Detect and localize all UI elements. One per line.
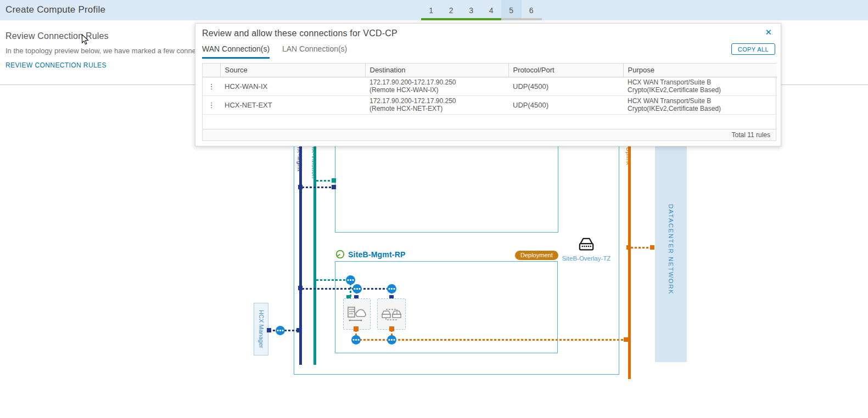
purpose-line2: Crypto(IKEv2,Certificate Based) xyxy=(628,105,777,112)
table-row: ⋮ HCX-WAN-IX 172.17.90.200-172.17.90.250… xyxy=(203,77,777,95)
connector-endpoint xyxy=(298,185,303,189)
hcx-manager-box: HCX Manager xyxy=(254,303,268,355)
overlay-tz-label: SiteB-Overlay-TZ xyxy=(559,255,614,262)
cell-destination: 172.17.90.200-172.17.90.250 (Remote HCX-… xyxy=(365,77,508,95)
row-menu-icon[interactable]: ⋮ xyxy=(203,95,220,114)
interconnect-appliance[interactable] xyxy=(343,298,371,330)
wizard-step-3[interactable]: 3 xyxy=(461,0,481,20)
tab-lan-connections[interactable]: LAN Connection(s) xyxy=(282,44,347,57)
hcx-manager-label: HCX Manager xyxy=(258,310,265,348)
column-purpose: Purpose xyxy=(623,64,777,77)
uplink-horizontal-connector xyxy=(360,339,626,341)
cell-source: HCX-NET-EXT xyxy=(220,95,365,114)
close-icon[interactable]: ✕ xyxy=(765,27,772,37)
uplink-datacenter-connector xyxy=(631,247,653,248)
cell-protocol: UDP(4500) xyxy=(508,95,623,114)
mgmt-uplink-connector xyxy=(302,187,333,188)
table-header-row: Source Destination Protocol/Port Purpose xyxy=(203,64,777,77)
interconnect-appliance-icon xyxy=(346,304,367,324)
switch-icon xyxy=(575,237,598,252)
dialog-title: Review and allow these connections for V… xyxy=(202,29,397,38)
resource-pool-icon xyxy=(335,250,345,259)
column-protocol: Protocol/Port xyxy=(508,64,623,77)
uplink-label: Uplink xyxy=(625,147,632,166)
connector-endpoint xyxy=(267,328,271,332)
connections-table: Source Destination Protocol/Port Purpose… xyxy=(202,63,776,141)
wizard-steps: 1 2 3 4 5 6 xyxy=(421,0,541,20)
destination-remote: (Remote HCX-NET-EXT) xyxy=(369,105,508,112)
purpose-line2: Crypto(IKEv2,Certificate Based) xyxy=(628,86,777,94)
review-connection-rules-link[interactable]: REVIEW CONNECTION RULES xyxy=(5,61,107,69)
network-extension-appliance-icon xyxy=(380,305,402,324)
purpose-line1: HCX WAN Transport/Suite B xyxy=(628,78,777,86)
connector-endpoint xyxy=(298,286,303,290)
table-footer-total: Total 11 rules xyxy=(203,129,776,140)
column-source: Source xyxy=(220,64,365,77)
connector-endpoint xyxy=(626,245,631,250)
table-empty-space xyxy=(203,115,776,129)
datacenter-network-band: DATACENTER NETWORK xyxy=(655,137,687,362)
connector-endpoint xyxy=(296,328,301,332)
mgmt-appliance-connector xyxy=(302,288,390,290)
cell-source: HCX-WAN-IX xyxy=(220,77,365,95)
connection-node-icon[interactable] xyxy=(346,275,355,285)
wizard-progress-complete xyxy=(421,18,501,20)
network-extension-appliance[interactable] xyxy=(377,298,406,330)
copy-all-button[interactable]: COPY ALL xyxy=(731,43,775,55)
connection-node-icon[interactable] xyxy=(352,284,362,293)
connections-dialog: Review and allow these connections for V… xyxy=(195,23,781,146)
wizard-step-5-active[interactable]: 5 xyxy=(501,0,522,20)
datacenter-network-label: DATACENTER NETWORK xyxy=(668,204,674,295)
ix-vmotion-label: IX-vMotion xyxy=(311,147,317,179)
cell-destination: 172.17.90.200-172.17.90.250 (Remote HCX-… xyxy=(365,95,508,114)
table-row: ⋮ HCX-NET-EXT 172.17.90.200-172.17.90.25… xyxy=(203,95,777,114)
tab-wan-connections[interactable]: WAN Connection(s) xyxy=(202,44,270,59)
wizard-step-4[interactable]: 4 xyxy=(481,0,502,20)
destination-range: 172.17.90.200-172.17.90.250 xyxy=(369,78,508,86)
section-description: In the topology preview below, we have m… xyxy=(5,47,195,55)
wizard-progress-remaining xyxy=(501,18,542,20)
overlay-tz: SiteB-Overlay-TZ xyxy=(559,237,614,262)
wizard-step-2[interactable]: 2 xyxy=(441,0,462,20)
cell-protocol: UDP(4500) xyxy=(508,77,623,95)
destination-range: 172.17.90.200-172.17.90.250 xyxy=(369,97,508,105)
connector-endpoint xyxy=(624,337,628,342)
wizard-step-6[interactable]: 6 xyxy=(522,0,542,20)
connection-node-icon[interactable] xyxy=(387,284,396,293)
uplink-network-line xyxy=(628,137,631,379)
ix-mgmt-label: IX-Mgmt xyxy=(296,147,303,172)
connector-endpoint xyxy=(332,178,336,183)
deployment-badge: Deployment xyxy=(515,251,558,260)
destination-remote: (Remote HCX-WAN-IX) xyxy=(369,86,508,94)
connector-endpoint xyxy=(650,245,654,250)
connection-node-icon[interactable] xyxy=(387,335,396,344)
vmotion-appliance-connector xyxy=(316,279,347,281)
wizard-step-1[interactable]: 1 xyxy=(421,0,441,20)
cell-purpose: HCX WAN Transport/Suite B Crypto(IKEv2,C… xyxy=(623,95,777,114)
wizard-header: Create Compute Profile 1 2 3 4 5 6 xyxy=(0,0,868,20)
purpose-line1: HCX WAN Transport/Suite B xyxy=(628,97,777,105)
resource-pool-title: SiteB-Mgmt-RP xyxy=(335,250,405,259)
connection-node-icon[interactable] xyxy=(276,326,285,335)
section-heading: Review Connection Rules xyxy=(5,31,109,41)
column-menu xyxy=(203,64,220,77)
row-menu-icon[interactable]: ⋮ xyxy=(203,77,220,95)
resource-pool-name: SiteB-Mgmt-RP xyxy=(348,250,405,259)
hcx-create-compute-profile-page: Create Compute Profile 1 2 3 4 5 6 Revie… xyxy=(0,0,868,418)
page-title: Create Compute Profile xyxy=(5,4,105,15)
cell-purpose: HCX WAN Transport/Suite B Crypto(IKEv2,C… xyxy=(623,77,777,95)
column-destination: Destination xyxy=(365,64,508,77)
connector-endpoint xyxy=(332,185,336,189)
connection-node-icon[interactable] xyxy=(351,335,361,344)
